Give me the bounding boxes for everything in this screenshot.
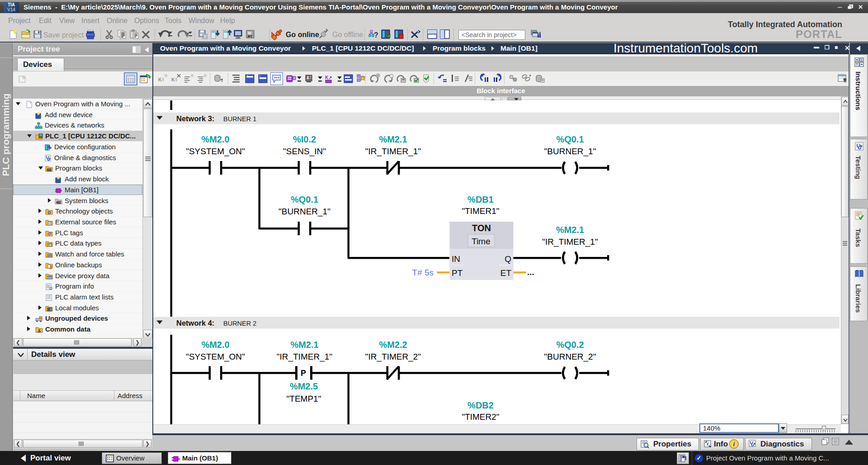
svg-text:"SYSTEM_ON": "SYSTEM_ON": [186, 147, 245, 157]
svg-text:...: ...: [527, 267, 534, 277]
svg-text:01: 01: [203, 35, 207, 38]
svg-text:%M2.1: %M2.1: [556, 225, 584, 235]
svg-text:%Q0.1: %Q0.1: [291, 195, 318, 204]
svg-text:%M2.0: %M2.0: [201, 340, 229, 350]
svg-text:"BURNER_2": "BURNER_2": [544, 352, 596, 362]
svg-text:TON: TON: [472, 223, 491, 233]
svg-text:Network 4:: Network 4:: [176, 319, 214, 327]
svg-text:%DB2: %DB2: [467, 400, 494, 410]
svg-text:"TIMER2": "TIMER2": [462, 412, 499, 422]
svg-text:PT: PT: [452, 268, 463, 278]
svg-text:"TEMP1": "TEMP1": [287, 394, 321, 403]
svg-text:%M2.0: %M2.0: [201, 134, 229, 144]
svg-text:%M2.2: %M2.2: [379, 340, 407, 350]
svg-text:BURNER 1: BURNER 1: [223, 115, 256, 123]
svg-text:Q: Q: [505, 254, 511, 264]
svg-text:"IR_TIMER_1": "IR_TIMER_1": [277, 352, 332, 362]
svg-text:"BURNER_1": "BURNER_1": [544, 147, 596, 157]
svg-text:"SENS_IN": "SENS_IN": [283, 147, 326, 157]
svg-text:BURNER 2: BURNER 2: [223, 320, 256, 327]
svg-text:"TIMER1": "TIMER1": [462, 206, 499, 216]
svg-text:T# 5s: T# 5s: [412, 268, 434, 277]
svg-text:%I0.2: %I0.2: [293, 134, 316, 144]
svg-text:"BURNER_1": "BURNER_1": [278, 207, 330, 217]
svg-text:Network 3:: Network 3:: [176, 114, 214, 123]
svg-text:%M2.1: %M2.1: [290, 340, 318, 350]
svg-text:%M2.1: %M2.1: [379, 134, 407, 144]
svg-text:IN: IN: [452, 254, 460, 264]
svg-text:ET: ET: [500, 268, 512, 278]
svg-text:?: ?: [374, 31, 378, 39]
svg-text:"SYSTEM_ON": "SYSTEM_ON": [186, 352, 245, 362]
svg-text:P: P: [301, 369, 306, 378]
svg-text:%Q0.1: %Q0.1: [556, 134, 584, 144]
svg-text:"IR_TIMER_2": "IR_TIMER_2": [365, 352, 421, 362]
svg-text:"IR_TIMER_1": "IR_TIMER_1": [542, 237, 598, 247]
svg-text:"IR_TIMER_1": "IR_TIMER_1": [365, 147, 421, 157]
svg-text:Time: Time: [472, 237, 491, 246]
svg-text:RT: RT: [248, 34, 252, 38]
svg-text:%Q0.2: %Q0.2: [556, 340, 584, 350]
svg-text:%M2.5: %M2.5: [290, 381, 318, 391]
svg-text:%DB1: %DB1: [467, 195, 494, 204]
